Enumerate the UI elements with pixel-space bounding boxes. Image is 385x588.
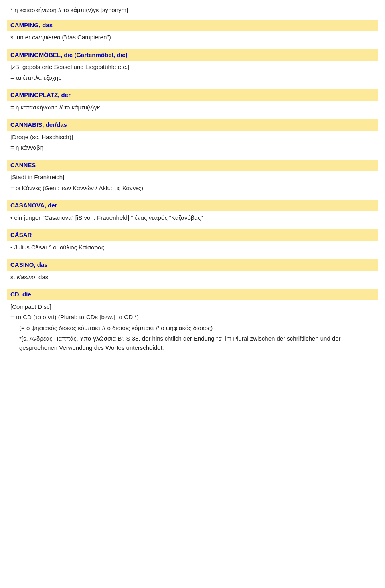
header-row-camping: CAMPING, das [7, 20, 378, 31]
entry-casino: CASINO, dass. Kasino, das [7, 259, 378, 286]
top-text: ° η κατασκήνωση // το κάμπι(ν)γκ [synony… [10, 6, 128, 13]
line-cd-2: (= ο ψηφιακός δίσκος κόμπακτ // ο δίσκος… [7, 323, 378, 334]
line-casino-0: s. Kasino, das [7, 272, 378, 283]
line-camping-0: s. unter campieren ("das Campieren") [7, 32, 378, 43]
header-label-campingplatz: CAMPINGPLATZ, der [10, 91, 71, 98]
line-campingmoebel-0: [zB. gepolsterte Sessel und Liegestühle … [7, 62, 378, 73]
line-campingmoebel-1: = τα έπιπλα εξοχής [7, 73, 378, 83]
entry-cd: CD, die[Compact Disc]= το CD (το σιντί) … [7, 289, 378, 357]
entry-cannabis: CANNABIS, der/das[Droge (sc. Haschisch)]… [7, 119, 378, 157]
spacer-cannabis [7, 153, 378, 157]
entries-container: CAMPING, dass. unter campieren ("das Cam… [7, 20, 378, 357]
header-label-casanova: CASANOVA, der [10, 202, 57, 209]
line-cannes-0: [Stadt in Frankreich] [7, 172, 378, 183]
header-row-cannes: CANNES [7, 160, 378, 171]
spacer-campingmoebel [7, 83, 378, 87]
header-label-caesar: CÄSAR [10, 231, 32, 238]
entry-camping: CAMPING, dass. unter campieren ("das Cam… [7, 20, 378, 47]
line-campingplatz-0: = η κατασκήνωση // το κάμπι(ν)γκ [7, 102, 378, 113]
spacer-casino [7, 282, 378, 286]
entry-cannes: CANNES[Stadt in Frankreich]= οι Κάννες (… [7, 160, 378, 198]
spacer-cannes [7, 193, 378, 197]
header-label-cannes: CANNES [10, 162, 36, 168]
line-cd-0: [Compact Disc] [7, 302, 378, 312]
header-row-casino: CASINO, das [7, 259, 378, 271]
spacer-camping [7, 43, 378, 47]
header-label-casino: CASINO, das [10, 261, 48, 268]
spacer-caesar [7, 253, 378, 257]
line-casanova-0: • ein junger "Casanova" [iS von: Frauenh… [7, 213, 378, 223]
entry-casanova: CASANOVA, der• ein junger "Casanova" [iS… [7, 200, 378, 227]
line-caesar-0: • Julius Cäsar ° ο Ιούλιος Καίσαρας [7, 242, 378, 253]
spacer-cd [7, 353, 378, 357]
header-label-camping: CAMPING, das [10, 22, 53, 28]
header-row-campingmoebel: CAMPINGMÖBEL, die (Gartenmöbel, die) [7, 49, 378, 61]
header-row-caesar: CÄSAR [7, 229, 378, 241]
header-label-campingmoebel: CAMPINGMÖBEL, die (Gartenmöbel, die) [10, 51, 128, 58]
line-cannabis-0: [Droge (sc. Haschisch)] [7, 132, 378, 143]
line-cd-1: = το CD (το σιντί) (Plural: τα CDs [bzw.… [7, 312, 378, 323]
entry-caesar: CÄSAR• Julius Cäsar ° ο Ιούλιος Καίσαρας [7, 229, 378, 257]
header-label-cd: CD, die [10, 291, 31, 298]
entry-campingmoebel: CAMPINGMÖBEL, die (Gartenmöbel, die)[zB.… [7, 49, 378, 87]
header-row-campingplatz: CAMPINGPLATZ, der [7, 89, 378, 101]
entry-campingplatz: CAMPINGPLATZ, der= η κατασκήνωση // το κ… [7, 89, 378, 117]
line-cd-3: *[s. Ανδρέας Παππάς, Υπο-γλώσσια Β', S 3… [7, 333, 378, 353]
top-synonym-line: ° η κατασκήνωση // το κάμπι(ν)γκ [synony… [7, 4, 378, 20]
header-row-casanova: CASANOVA, der [7, 200, 378, 211]
header-row-cannabis: CANNABIS, der/das [7, 119, 378, 131]
line-cannabis-1: = η κάνναβη [7, 142, 378, 153]
header-label-cannabis: CANNABIS, der/das [10, 121, 67, 128]
header-row-cd: CD, die [7, 289, 378, 300]
spacer-casanova [7, 223, 378, 227]
spacer-campingplatz [7, 113, 378, 117]
line-cannes-1: = οι Κάννες (Gen.: των Καννών / Akk.: τι… [7, 183, 378, 194]
